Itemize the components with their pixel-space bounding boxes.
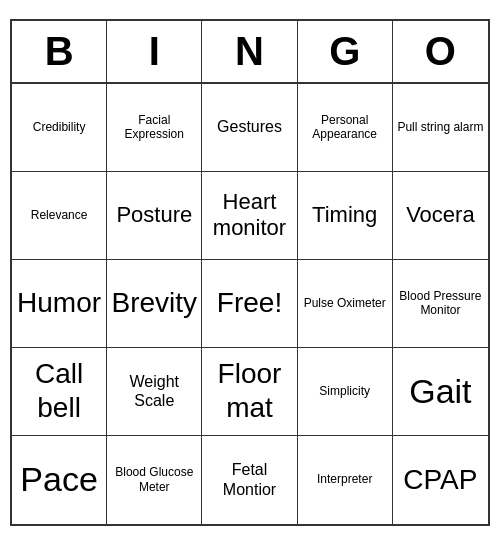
cell-text: Pulse Oximeter <box>304 296 386 310</box>
cell-text: Credibility <box>33 120 86 134</box>
bingo-cell: Personal Appearance <box>298 84 393 172</box>
bingo-cell: Brevity <box>107 260 202 348</box>
bingo-cell: Vocera <box>393 172 488 260</box>
bingo-cell: CPAP <box>393 436 488 524</box>
bingo-cell: Gait <box>393 348 488 436</box>
bingo-cell: Simplicity <box>298 348 393 436</box>
bingo-cell: Blood Pressure Monitor <box>393 260 488 348</box>
cell-text: Heart monitor <box>206 189 292 242</box>
bingo-cell: Fetal Montior <box>202 436 297 524</box>
bingo-cell: Blood Glucose Meter <box>107 436 202 524</box>
bingo-cell: Heart monitor <box>202 172 297 260</box>
cell-text: Pace <box>20 459 98 500</box>
cell-text: Call bell <box>16 357 102 424</box>
bingo-cell: Gestures <box>202 84 297 172</box>
bingo-cell: Timing <box>298 172 393 260</box>
cell-text: Simplicity <box>319 384 370 398</box>
bingo-cell: Floor mat <box>202 348 297 436</box>
bingo-cell: Pull string alarm <box>393 84 488 172</box>
bingo-cell: Pace <box>12 436 107 524</box>
cell-text: Brevity <box>112 286 198 320</box>
bingo-cell: Relevance <box>12 172 107 260</box>
cell-text: Gait <box>409 371 471 412</box>
cell-text: Blood Pressure Monitor <box>397 289 484 318</box>
header-letter: O <box>393 21 488 82</box>
header-letter: B <box>12 21 107 82</box>
cell-text: Personal Appearance <box>302 113 388 142</box>
cell-text: Vocera <box>406 202 475 228</box>
cell-text: Floor mat <box>206 357 292 424</box>
cell-text: CPAP <box>403 463 477 497</box>
cell-text: Interpreter <box>317 472 372 486</box>
cell-text: Timing <box>312 202 377 228</box>
cell-text: Fetal Montior <box>206 460 292 498</box>
bingo-cell: Interpreter <box>298 436 393 524</box>
cell-text: Weight Scale <box>111 372 197 410</box>
cell-text: Posture <box>116 202 192 228</box>
cell-text: Blood Glucose Meter <box>111 465 197 494</box>
header-letter: G <box>298 21 393 82</box>
bingo-header: BINGO <box>12 21 488 84</box>
header-letter: N <box>202 21 297 82</box>
bingo-cell: Free! <box>202 260 297 348</box>
header-letter: I <box>107 21 202 82</box>
bingo-cell: Call bell <box>12 348 107 436</box>
cell-text: Free! <box>217 286 282 320</box>
cell-text: Relevance <box>31 208 88 222</box>
cell-text: Gestures <box>217 117 282 136</box>
bingo-cell: Humor <box>12 260 107 348</box>
bingo-cell: Facial Expression <box>107 84 202 172</box>
bingo-card: BINGO CredibilityFacial ExpressionGestur… <box>10 19 490 526</box>
cell-text: Humor <box>17 286 101 320</box>
bingo-cell: Pulse Oximeter <box>298 260 393 348</box>
cell-text: Pull string alarm <box>397 120 483 134</box>
bingo-cell: Weight Scale <box>107 348 202 436</box>
cell-text: Facial Expression <box>111 113 197 142</box>
bingo-cell: Credibility <box>12 84 107 172</box>
bingo-cell: Posture <box>107 172 202 260</box>
bingo-grid: CredibilityFacial ExpressionGesturesPers… <box>12 84 488 524</box>
